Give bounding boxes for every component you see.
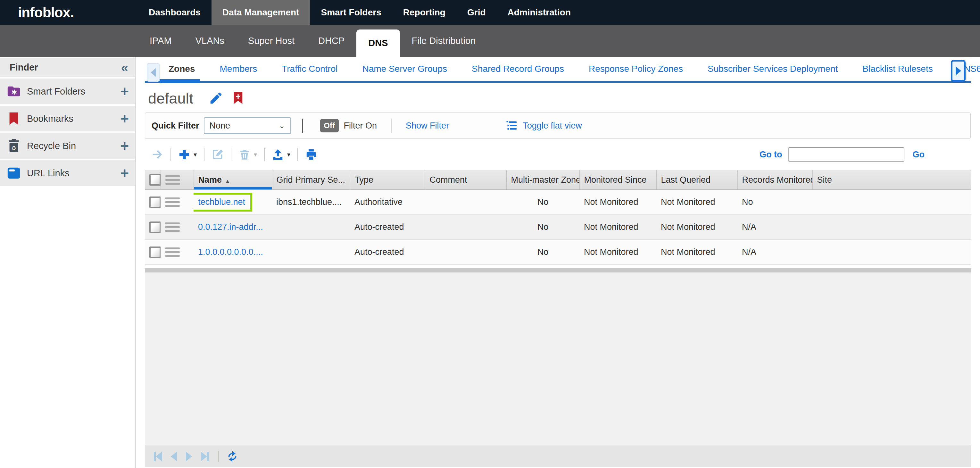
tab-scroll-right-button[interactable] bbox=[951, 60, 966, 82]
column-header-records-monitored[interactable]: Records Monitored bbox=[737, 170, 812, 190]
subnav-ipam[interactable]: IPAM bbox=[138, 25, 184, 57]
column-header-monitored-since[interactable]: Monitored Since bbox=[579, 170, 656, 190]
cell-type: Auto-created bbox=[350, 240, 425, 265]
go-arrow-icon[interactable] bbox=[151, 148, 164, 161]
row-checkbox[interactable] bbox=[150, 196, 161, 208]
cell-records-monitored: N/A bbox=[737, 240, 812, 265]
subnav-dhcp[interactable]: DHCP bbox=[306, 25, 356, 57]
nav-administration[interactable]: Administration bbox=[497, 0, 582, 25]
nav-smart-folders[interactable]: Smart Folders bbox=[310, 0, 392, 25]
add-bookmark-icon[interactable] bbox=[232, 91, 245, 105]
nav-data-management[interactable]: Data Management bbox=[212, 0, 310, 25]
finder-title: Finder bbox=[0, 62, 38, 73]
row-checkbox[interactable] bbox=[150, 247, 161, 258]
url-links-icon bbox=[6, 166, 21, 180]
zones-table: Name▲ Grid Primary Se... Type Comment Mu… bbox=[145, 170, 971, 265]
sidebar-item-bookmarks[interactable]: Bookmarks + bbox=[0, 106, 135, 131]
sidebar-item-recycle-bin[interactable]: ♻ Recycle Bin + bbox=[0, 133, 135, 159]
collapse-sidebar-icon[interactable]: « bbox=[121, 61, 128, 74]
tab-name-server-groups[interactable]: Name Server Groups bbox=[362, 64, 447, 74]
main-content: Zones Members Traffic Control Name Serve… bbox=[145, 57, 971, 468]
tab-shared-record-groups[interactable]: Shared Record Groups bbox=[472, 64, 564, 74]
add-url-link-button[interactable]: + bbox=[120, 166, 129, 180]
edit-icon[interactable] bbox=[212, 148, 224, 161]
select-all-checkbox[interactable] bbox=[150, 174, 161, 186]
print-icon[interactable] bbox=[305, 148, 317, 161]
tab-response-policy-zones[interactable]: Response Policy Zones bbox=[589, 64, 683, 74]
nav-reporting[interactable]: Reporting bbox=[392, 0, 457, 25]
divider bbox=[298, 148, 298, 161]
go-button[interactable]: Go bbox=[913, 150, 925, 160]
tab-traffic-control[interactable]: Traffic Control bbox=[282, 64, 337, 74]
tab-subscriber-services-deployment[interactable]: Subscriber Services Deployment bbox=[708, 64, 838, 74]
row-menu-icon[interactable] bbox=[165, 223, 180, 232]
subnav-vlans[interactable]: VLANs bbox=[184, 25, 236, 57]
bookmark-icon bbox=[6, 111, 21, 126]
nav-grid[interactable]: Grid bbox=[457, 0, 497, 25]
secondary-navbar: IPAM VLANs Super Host DHCP DNS File Dist… bbox=[0, 25, 980, 57]
cell-multi-master: No bbox=[506, 190, 579, 215]
sidebar-item-smart-folders[interactable]: ✱ Smart Folders + bbox=[0, 78, 135, 104]
add-recycle-bin-button[interactable]: + bbox=[120, 138, 129, 153]
cell-last-queried: Not Monitored bbox=[656, 240, 737, 265]
add-icon[interactable] bbox=[178, 148, 190, 161]
toggle-flat-view-link[interactable]: Toggle flat view bbox=[523, 121, 582, 131]
quick-filter-select[interactable]: None ⌄ bbox=[204, 117, 291, 134]
zone-link[interactable]: 0.0.127.in-addr... bbox=[198, 222, 263, 232]
subnav-dns[interactable]: DNS bbox=[356, 30, 399, 57]
column-menu-icon[interactable] bbox=[165, 175, 180, 185]
delete-icon[interactable] bbox=[239, 148, 251, 161]
goto-input[interactable] bbox=[788, 147, 904, 162]
svg-text:✱: ✱ bbox=[11, 89, 17, 96]
tab-divider-line bbox=[145, 81, 971, 83]
tab-members[interactable]: Members bbox=[220, 64, 257, 74]
quick-filter-value: None bbox=[210, 121, 231, 131]
edit-title-icon[interactable] bbox=[208, 91, 223, 105]
last-page-button[interactable] bbox=[201, 452, 209, 461]
column-header-last-queried[interactable]: Last Queried bbox=[656, 170, 737, 190]
export-menu-caret-icon[interactable]: ▾ bbox=[287, 151, 290, 158]
divider bbox=[391, 119, 391, 133]
column-header-site[interactable]: Site bbox=[812, 170, 971, 190]
row-menu-icon[interactable] bbox=[165, 247, 180, 257]
add-menu-caret-icon[interactable]: ▾ bbox=[194, 151, 197, 158]
column-header-multi-master[interactable]: Multi-master Zone bbox=[506, 170, 579, 190]
nav-dashboards[interactable]: Dashboards bbox=[138, 0, 212, 25]
sort-asc-icon: ▲ bbox=[225, 178, 230, 184]
column-header-type[interactable]: Type bbox=[350, 170, 425, 190]
row-menu-icon[interactable] bbox=[165, 197, 180, 207]
cell-grid-primary bbox=[272, 215, 350, 240]
tab-scroll-left-button[interactable] bbox=[147, 63, 160, 82]
tab-blacklist-rulesets[interactable]: Blacklist Rulesets bbox=[862, 64, 932, 74]
column-header-name[interactable]: Name▲ bbox=[194, 170, 272, 190]
filter-toggle-button[interactable]: Off bbox=[320, 119, 339, 132]
row-checkbox[interactable] bbox=[150, 221, 161, 233]
previous-page-button[interactable] bbox=[171, 452, 177, 461]
delete-menu-caret-icon[interactable]: ▾ bbox=[254, 151, 257, 158]
cell-site bbox=[812, 240, 971, 265]
add-smart-folder-button[interactable]: + bbox=[120, 84, 129, 99]
chevron-right-icon bbox=[956, 66, 961, 75]
add-bookmark-button[interactable]: + bbox=[120, 111, 129, 126]
tab-zones[interactable]: Zones bbox=[169, 64, 195, 74]
column-header-grid-primary[interactable]: Grid Primary Se... bbox=[272, 170, 350, 190]
cell-comment bbox=[425, 240, 506, 265]
subnav-super-host[interactable]: Super Host bbox=[236, 25, 306, 57]
show-filter-link[interactable]: Show Filter bbox=[406, 121, 449, 131]
sidebar-item-url-links[interactable]: URL Links + bbox=[0, 160, 135, 186]
zone-link[interactable]: 1.0.0.0.0.0.0.0.... bbox=[198, 247, 263, 257]
cell-monitored-since: Not Monitored bbox=[579, 215, 656, 240]
refresh-icon[interactable] bbox=[226, 450, 239, 463]
zone-link[interactable]: techblue.net bbox=[198, 197, 245, 207]
quick-filter-label: Quick Filter bbox=[151, 121, 199, 131]
flat-view-icon[interactable] bbox=[505, 120, 518, 131]
column-header-comment[interactable]: Comment bbox=[425, 170, 506, 190]
subnav-file-distribution[interactable]: File Distribution bbox=[400, 25, 488, 57]
first-page-button[interactable] bbox=[154, 452, 162, 461]
last-page-icon bbox=[207, 452, 209, 461]
cell-last-queried: Not Monitored bbox=[656, 215, 737, 240]
export-icon[interactable] bbox=[272, 148, 284, 161]
table-row: techblue.net ibns1.techblue.... Authorit… bbox=[145, 190, 971, 215]
next-page-button[interactable] bbox=[186, 452, 192, 461]
dns-tab-bar: Zones Members Traffic Control Name Serve… bbox=[145, 57, 971, 84]
